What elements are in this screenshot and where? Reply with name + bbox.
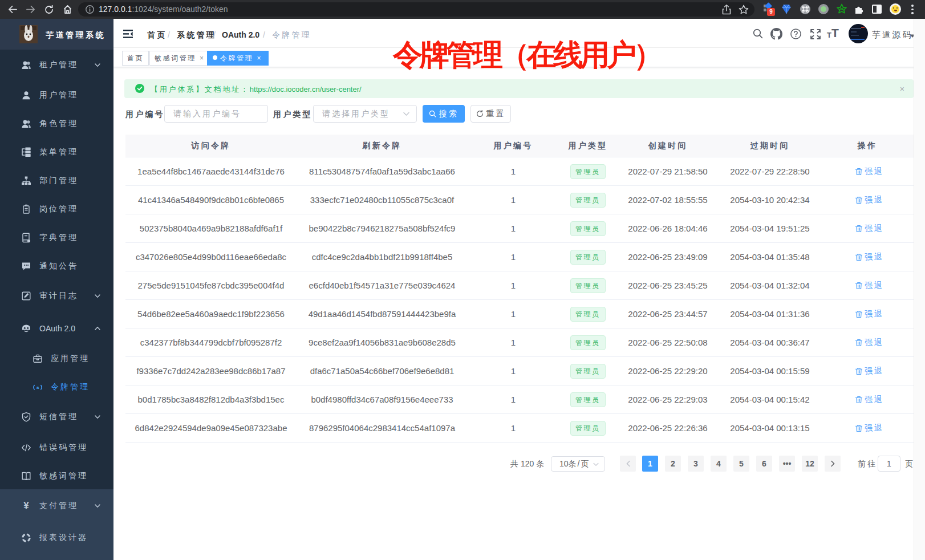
svg-text:a: a [36, 385, 39, 390]
